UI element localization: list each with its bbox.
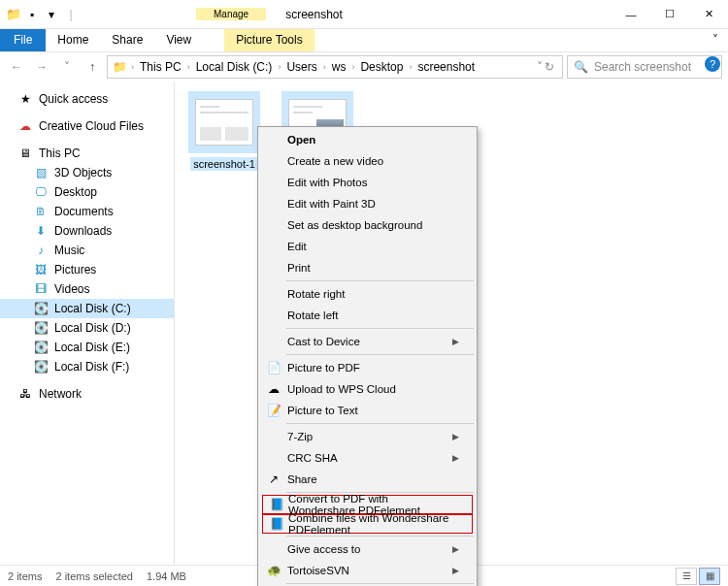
title-center: Manage screenshot: [80, 0, 612, 28]
nav-music[interactable]: ♪Music: [0, 241, 174, 260]
file-item[interactable]: screenshot-1: [184, 91, 264, 171]
menu-separator: [286, 536, 474, 537]
view-details-button[interactable]: ☰: [676, 568, 697, 585]
help-icon[interactable]: ?: [705, 56, 720, 72]
ribbon-toggle-button[interactable]: ˅: [703, 29, 728, 51]
submenu-arrow-icon: ▶: [452, 337, 459, 346]
chevron-right-icon[interactable]: ›: [129, 62, 136, 72]
nav-creative-cloud[interactable]: ☁Creative Cloud Files: [0, 116, 174, 136]
pictures-icon: 🖼: [33, 262, 49, 277]
menu-separator: [286, 354, 474, 355]
crumb-users[interactable]: Users: [284, 60, 318, 74]
nav-disk-e[interactable]: 💽Local Disk (E:): [0, 338, 174, 357]
tab-file[interactable]: File: [0, 29, 46, 51]
nav-documents[interactable]: 🗎Documents: [0, 202, 174, 221]
menu-rotate-left[interactable]: Rotate left: [260, 305, 475, 326]
crumb-ws[interactable]: ws: [330, 60, 348, 74]
drive-icon: 💽: [33, 320, 49, 336]
qat-undo-icon[interactable]: ▾: [43, 5, 60, 24]
chevron-right-icon[interactable]: ›: [321, 62, 328, 72]
maximize-button[interactable]: ☐: [650, 0, 689, 28]
nav-pictures[interactable]: 🖼Pictures: [0, 260, 174, 279]
submenu-arrow-icon: ▶: [452, 453, 459, 463]
download-icon: ⬇: [33, 223, 49, 239]
nav-3d-objects[interactable]: ▧3D Objects: [0, 163, 174, 182]
nav-network[interactable]: 🖧Network: [0, 384, 174, 404]
menu-edit-photos[interactable]: Edit with Photos: [260, 172, 475, 193]
manage-label: Manage: [196, 8, 266, 20]
crumb-desktop[interactable]: Desktop: [358, 60, 405, 74]
nav-back-button[interactable]: ←: [6, 56, 27, 78]
tab-picture-tools[interactable]: Picture Tools: [224, 29, 314, 51]
nav-disk-d[interactable]: 💽Local Disk (D:): [0, 318, 174, 338]
nav-videos[interactable]: 🎞Videos: [0, 279, 174, 299]
crumb-c[interactable]: Local Disk (C:): [194, 60, 275, 74]
nav-this-pc[interactable]: 🖥This PC: [0, 144, 174, 163]
nav-forward-button[interactable]: →: [31, 56, 52, 78]
menu-rotate-right[interactable]: Rotate right: [260, 283, 475, 305]
thumbnail-icon: [195, 99, 253, 146]
navigation-pane: ★Quick access ☁Creative Cloud Files 🖥Thi…: [0, 81, 175, 565]
status-selection: 2 items selected: [55, 570, 132, 582]
pc-icon: 🖥: [17, 146, 33, 161]
menu-separator: [286, 583, 474, 584]
minimize-button[interactable]: —: [612, 0, 650, 28]
desktop-icon: 🖵: [33, 184, 49, 200]
menu-convert-pdfelement[interactable]: 📘Convert to PDF with Wondershare PDFelem…: [262, 495, 473, 514]
crumb-screenshot[interactable]: screenshot: [415, 60, 477, 74]
chevron-right-icon[interactable]: ›: [185, 62, 192, 72]
menu-give-access[interactable]: Give access to▶: [260, 538, 475, 560]
drive-icon: 💽: [33, 301, 49, 316]
menu-combine-pdfelement[interactable]: 📘Combine files with Wondershare PDFeleme…: [262, 514, 473, 534]
chevron-right-icon[interactable]: ›: [407, 62, 414, 72]
nav-disk-f[interactable]: 💽Local Disk (F:): [0, 357, 174, 376]
qat: 📁 ▪ ▾ |: [0, 5, 80, 24]
ribbon-tabs: File Home Share View Picture Tools ˅: [0, 29, 728, 52]
videos-icon: 🎞: [33, 281, 49, 297]
view-large-icons-button[interactable]: ▦: [699, 568, 720, 585]
menu-open[interactable]: Open: [260, 129, 475, 150]
menu-paint3d[interactable]: Edit with Paint 3D: [260, 193, 475, 214]
chevron-right-icon[interactable]: ›: [276, 62, 282, 72]
menu-picture-to-pdf[interactable]: 📄Picture to PDF: [260, 357, 475, 378]
nav-downloads[interactable]: ⬇Downloads: [0, 221, 174, 241]
menu-cast[interactable]: Cast to Device▶: [260, 331, 475, 352]
menu-create-video[interactable]: Create a new video: [260, 150, 475, 172]
menu-set-background[interactable]: Set as desktop background: [260, 214, 475, 236]
refresh-icon[interactable]: ↻: [545, 60, 554, 74]
nav-recent-button[interactable]: ˅: [56, 56, 78, 78]
text-icon: 📝: [266, 404, 281, 417]
addr-dropdown-icon[interactable]: ˅: [537, 60, 543, 74]
network-icon: 🖧: [17, 386, 33, 402]
menu-share[interactable]: ↗Share: [260, 469, 475, 490]
tab-view[interactable]: View: [154, 29, 203, 51]
menu-7zip[interactable]: 7-Zip▶: [260, 426, 475, 447]
menu-print[interactable]: Print: [260, 257, 475, 278]
close-button[interactable]: ✕: [689, 0, 728, 28]
menu-edit[interactable]: Edit: [260, 236, 475, 257]
tortoise-icon: 🐢: [266, 564, 281, 577]
tab-home[interactable]: Home: [46, 29, 100, 51]
crumb-this-pc[interactable]: This PC: [138, 60, 183, 74]
qat-sep-icon: |: [62, 5, 80, 24]
chevron-right-icon[interactable]: ›: [349, 62, 356, 72]
cloud-upload-icon: ☁: [266, 382, 281, 396]
menu-picture-to-text[interactable]: 📝Picture to Text: [260, 400, 475, 421]
folder-icon: 📁: [112, 59, 127, 75]
addr-tools: ˅ ↻: [533, 60, 558, 74]
nav-up-button[interactable]: ↑: [82, 56, 103, 78]
nav-quick-access[interactable]: ★Quick access: [0, 89, 174, 109]
qat-save-icon[interactable]: ▪: [23, 5, 41, 24]
menu-wps-upload[interactable]: ☁Upload to WPS Cloud: [260, 378, 475, 400]
file-name: screenshot-1: [190, 157, 258, 171]
address-bar[interactable]: 📁 › This PC › Local Disk (C:) › Users › …: [107, 55, 563, 79]
cube-icon: ▧: [33, 165, 49, 180]
search-input[interactable]: 🔍 Search screenshot: [567, 55, 722, 79]
nav-desktop[interactable]: 🖵Desktop: [0, 182, 174, 202]
tab-share[interactable]: Share: [100, 29, 154, 51]
nav-disk-c[interactable]: 💽Local Disk (C:): [0, 299, 174, 318]
menu-crc-sha[interactable]: CRC SHA▶: [260, 447, 475, 469]
menu-tortoisesvn[interactable]: 🐢TortoiseSVN▶: [260, 560, 475, 581]
search-placeholder: Search screenshot: [594, 60, 691, 74]
pdf-icon: 📄: [266, 361, 281, 374]
